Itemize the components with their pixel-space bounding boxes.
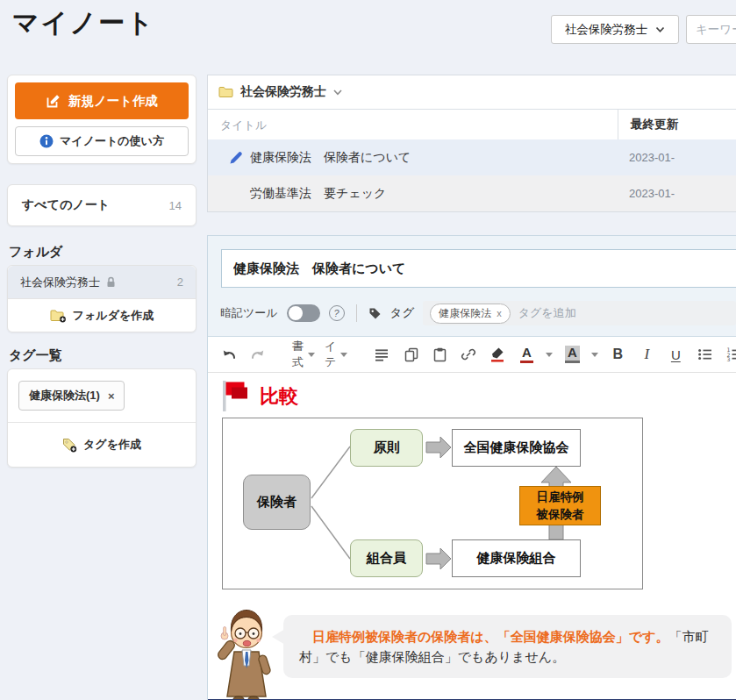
edit-icon [46, 94, 61, 109]
italic-button[interactable]: I [637, 343, 656, 366]
note-row-updated: 2023-01- [629, 151, 675, 164]
note-list-folder-header[interactable]: 社会保険労務士 [208, 75, 736, 109]
special-line2: 被保険者 [537, 506, 584, 524]
teacher-illustration [215, 606, 278, 700]
create-folder-label: フォルダを作成 [73, 308, 154, 324]
diagram-box-insurer: 保険者 [243, 475, 311, 530]
note-list-panel: 社会保険労務士 タイトル 最終更新 健康保険法 保険者について 2023-01-… [207, 75, 736, 212]
highlight-button[interactable] [488, 343, 507, 366]
editor-header: 暗記ツール ? タグ 健康保険法 x タグを追加 [208, 236, 736, 337]
note-content: 比較 保険者 原則 組合員 全国健康保険協会 健康保険組合 日雇特例 被保険者 [208, 373, 736, 700]
tag-input[interactable]: 健康保険法 x タグを追加 [423, 301, 736, 325]
lock-icon [106, 276, 116, 288]
diagram-box-special-insured: 日雇特例 被保険者 [519, 486, 601, 525]
font-color-button[interactable]: A [517, 343, 536, 366]
folder-icon [218, 86, 233, 98]
folder-count: 2 [177, 275, 183, 289]
help-icon[interactable]: ? [329, 305, 345, 321]
howto-button[interactable]: マイノートの使い方 [15, 126, 189, 156]
create-folder-button[interactable]: フォルダを作成 [8, 298, 196, 332]
tag-icon [368, 307, 382, 320]
comparison-heading-row: 比較 [222, 380, 298, 413]
list-button[interactable] [372, 343, 391, 366]
format-dropdown-label: 書式 [292, 339, 304, 370]
copy-button[interactable] [401, 343, 420, 366]
comparison-heading: 比較 [260, 383, 298, 410]
bold-label: B [613, 346, 624, 362]
info-icon [39, 134, 54, 148]
diagram-box-principle: 原則 [350, 429, 423, 467]
bg-color-letter: A [565, 346, 580, 363]
note-title-input[interactable] [221, 249, 736, 288]
highlighter-icon [489, 346, 505, 362]
all-notes-item[interactable]: すべてのノート 14 [7, 184, 197, 226]
sidebar-folder-item[interactable]: 社会保険労務士 2 [8, 266, 196, 298]
my-note-page: マイノート 社会保険労務士 新規ノート作成 マイノートの使い方 すべてのノート … [0, 0, 736, 700]
memorize-toggle[interactable] [287, 304, 320, 322]
underline-button[interactable]: U [666, 343, 685, 366]
bullet-list-button[interactable] [695, 343, 714, 366]
column-header-title: タイトル [220, 118, 267, 133]
tags-heading: タグ一覧 [9, 347, 62, 364]
callout-highlight: 日雇特例被保険者の保険者は、「全国健康保険協会」です。 [312, 629, 668, 644]
folder-filter-select[interactable]: 社会保険労務士 [551, 15, 679, 44]
numbered-list-button[interactable]: 1 2 3 [724, 343, 736, 366]
memorize-tool-label: 暗記ツール [220, 305, 278, 321]
all-notes-label: すべてのノート [22, 197, 110, 213]
tag-remove-button[interactable]: x [497, 308, 502, 318]
undo-button[interactable] [219, 343, 239, 366]
divider [356, 304, 357, 322]
new-note-label: 新規ノート作成 [68, 93, 158, 110]
bold-button[interactable]: B [608, 343, 627, 366]
tag-remove-button[interactable]: × [108, 389, 115, 403]
insurer-diagram: 保険者 原則 組合員 全国健康保険協会 健康保険組合 日雇特例 被保険者 [222, 418, 643, 589]
diagram-box-union: 健康保険組合 [452, 539, 581, 577]
create-tag-label: タグを作成 [83, 437, 141, 453]
editor-tag-label: 健康保険法 [439, 306, 491, 321]
all-notes-count: 14 [169, 199, 182, 212]
new-note-button[interactable]: 新規ノート作成 [15, 82, 189, 119]
note-list-folder-name: 社会保険労務士 [240, 84, 326, 100]
numbered-list-icon: 1 2 3 [726, 347, 736, 361]
bg-color-button[interactable]: A [562, 343, 582, 366]
editor-tag-pill[interactable]: 健康保険法 x [430, 304, 511, 324]
keyword-search-input[interactable] [686, 15, 736, 44]
caret-down-icon [340, 353, 347, 357]
pencil-icon [229, 151, 243, 165]
link-button[interactable] [459, 343, 478, 366]
create-tag-button[interactable]: タグを作成 [8, 422, 196, 467]
special-line1: 日雇特例 [537, 489, 584, 506]
list-icon [375, 347, 389, 361]
callout-text: 日雇特例被保険者の保険者は、「全国健康保険協会」です。「市町村」でも「健康保険組… [299, 626, 716, 668]
editor-toolbar: 書式 アイテム [208, 337, 736, 373]
format-dropdown[interactable]: 書式 [292, 339, 315, 370]
link-icon [461, 346, 476, 362]
note-row[interactable]: 労働基準法 要チェック 2023-01- [208, 175, 736, 211]
tag-list-card: 健康保険法(1) × タグを作成 [7, 368, 197, 468]
page-title: マイノート [12, 5, 155, 41]
diagram-box-member: 組合員 [350, 539, 423, 577]
sidebar-actions-card: 新規ノート作成 マイノートの使い方 [7, 75, 197, 164]
caret-down-icon[interactable] [546, 353, 553, 357]
chevron-down-icon [333, 89, 342, 96]
editor-tools-row: 暗記ツール ? タグ 健康保険法 x タグを追加 [220, 297, 736, 329]
redo-button[interactable] [248, 343, 268, 366]
sidebar-tag-chip[interactable]: 健康保険法(1) × [18, 381, 125, 411]
tag-chip-area: 健康保険法(1) × [8, 369, 196, 422]
svg-text:3: 3 [726, 356, 730, 361]
folder-list-card: 社会保険労務士 2 フォルダを作成 [7, 265, 197, 332]
speech-bubble: 日雇特例被保険者の保険者は、「全国健康保険協会」です。「市町村」でも「健康保険組… [283, 615, 732, 678]
column-header-updated: 最終更新 [631, 117, 678, 132]
flag-icon [222, 380, 248, 413]
caret-down-icon[interactable] [591, 353, 598, 357]
paste-button[interactable] [430, 343, 449, 366]
folder-item-label: 社会保険労務士 [20, 275, 100, 290]
folders-heading: フォルダ [9, 244, 62, 261]
folder-filter-label: 社会保険労務士 [565, 22, 648, 38]
tag-chip-label: 健康保険法(1) [29, 388, 100, 404]
underline-label: U [671, 347, 681, 362]
note-row[interactable]: 健康保険法 保険者について 2023-01- [208, 139, 736, 175]
note-row-title: 労働基準法 要チェック [250, 186, 386, 202]
note-list-column-header: タイトル 最終更新 [208, 109, 736, 139]
note-editor-panel: 暗記ツール ? タグ 健康保険法 x タグを追加 [207, 235, 736, 700]
